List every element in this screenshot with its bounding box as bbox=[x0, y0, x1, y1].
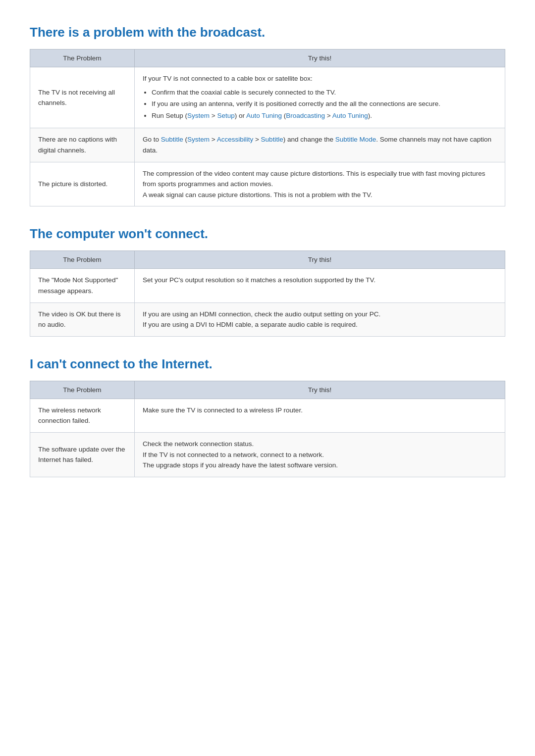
try-text: If you are using a DVI to HDMI cable, a … bbox=[143, 321, 358, 328]
col-problem: The Problem bbox=[30, 251, 135, 269]
try-text: The compression of the video content may… bbox=[143, 170, 485, 188]
setup-link[interactable]: Setup bbox=[217, 112, 234, 119]
try-text: Make sure the TV is connected to a wirel… bbox=[143, 406, 303, 414]
col-try: Try this! bbox=[134, 50, 505, 67]
try-text: Check the network connection status. bbox=[143, 440, 254, 448]
table-row: The wireless network connection failed. … bbox=[30, 399, 505, 432]
table-row: The "Mode Not Supported" message appears… bbox=[30, 269, 505, 302]
col-try: Try this! bbox=[134, 251, 505, 269]
table-row: The picture is distorted. The compressio… bbox=[30, 162, 505, 206]
try-text: A weak signal can cause picture distorti… bbox=[143, 191, 373, 199]
broadcasting-link[interactable]: Broadcasting bbox=[286, 112, 325, 119]
problem-cell: There are no captions with digital chann… bbox=[30, 128, 135, 162]
try-cell: Make sure the TV is connected to a wirel… bbox=[134, 399, 505, 432]
try-text: Go to Subtitle (System > Accessibility >… bbox=[143, 136, 491, 154]
auto-tuning-link2[interactable]: Auto Tuning bbox=[332, 112, 368, 119]
problem-cell: The wireless network connection failed. bbox=[30, 399, 135, 432]
subtitle-link2[interactable]: Subtitle bbox=[261, 136, 283, 143]
list-item: Confirm that the coaxial cable is secure… bbox=[152, 87, 497, 98]
accessibility-link[interactable]: Accessibility bbox=[217, 136, 254, 143]
table-internet: The Problem Try this! The wireless netwo… bbox=[30, 381, 505, 477]
list-item: Run Setup (System > Setup) or Auto Tunin… bbox=[152, 110, 497, 121]
try-cell: The compression of the video content may… bbox=[134, 162, 505, 206]
col-problem: The Problem bbox=[30, 50, 135, 67]
try-intro: If your TV is not connected to a cable b… bbox=[143, 75, 313, 82]
col-try: Try this! bbox=[134, 381, 505, 399]
col-problem: The Problem bbox=[30, 381, 135, 399]
table-row: There are no captions with digital chann… bbox=[30, 128, 505, 162]
system-link2[interactable]: System bbox=[187, 136, 210, 143]
section-title-internet: I can't connect to the Internet. bbox=[30, 356, 505, 372]
auto-tuning-link[interactable]: Auto Tuning bbox=[246, 112, 282, 119]
problem-cell: The TV is not receiving all channels. bbox=[30, 67, 135, 128]
table-row: The video is OK but there is no audio. I… bbox=[30, 302, 505, 336]
list-item: If you are using an antenna, verify it i… bbox=[152, 99, 497, 109]
try-cell: Go to Subtitle (System > Accessibility >… bbox=[134, 128, 505, 162]
section-title-computer: The computer won't connect. bbox=[30, 226, 505, 242]
try-cell: If your TV is not connected to a cable b… bbox=[134, 67, 505, 128]
try-text: Set your PC's output resolution so it ma… bbox=[143, 276, 375, 284]
try-text: The upgrade stops if you already have th… bbox=[143, 461, 338, 469]
try-cell: Set your PC's output resolution so it ma… bbox=[134, 269, 505, 302]
system-link[interactable]: System bbox=[187, 112, 210, 119]
try-text: If the TV is not connected to a network,… bbox=[143, 451, 324, 458]
problem-cell: The picture is distorted. bbox=[30, 162, 135, 206]
problem-cell: The video is OK but there is no audio. bbox=[30, 302, 135, 336]
try-cell: If you are using an HDMI connection, che… bbox=[134, 302, 505, 336]
table-row: The software update over the Internet ha… bbox=[30, 432, 505, 477]
section-title-broadcast: There is a problem with the broadcast. bbox=[30, 25, 505, 40]
table-broadcast: The Problem Try this! The TV is not rece… bbox=[30, 49, 505, 206]
try-text: If you are using an HDMI connection, che… bbox=[143, 310, 380, 318]
table-computer: The Problem Try this! The "Mode Not Supp… bbox=[30, 251, 505, 336]
subtitle-link[interactable]: Subtitle bbox=[161, 136, 183, 143]
try-cell: Check the network connection status.If t… bbox=[134, 432, 505, 477]
problem-cell: The "Mode Not Supported" message appears… bbox=[30, 269, 135, 302]
table-row: The TV is not receiving all channels. If… bbox=[30, 67, 505, 128]
subtitle-mode-link[interactable]: Subtitle Mode bbox=[335, 136, 376, 143]
problem-cell: The software update over the Internet ha… bbox=[30, 432, 135, 477]
